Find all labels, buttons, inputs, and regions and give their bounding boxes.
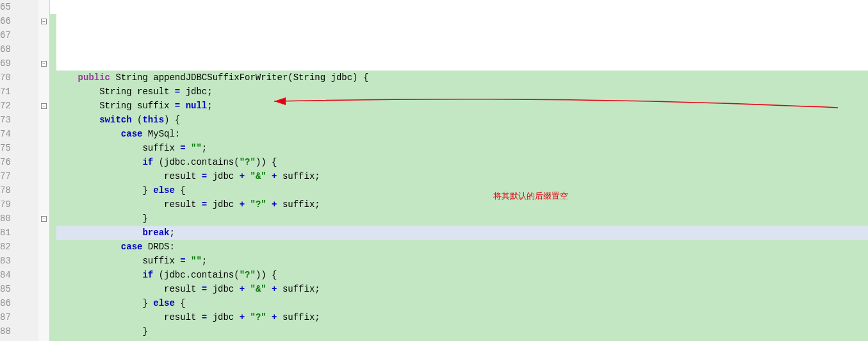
code-line[interactable]: if (jdbc.contains("?")) {: [56, 155, 868, 169]
fold-cell[interactable]: [38, 169, 49, 183]
change-marker: [50, 310, 56, 324]
fold-minus-icon[interactable]: −: [41, 216, 47, 222]
code-line[interactable]: } else {: [56, 296, 868, 310]
line-number: 87: [0, 310, 32, 324]
code-area[interactable]: 将其默认的后缀置空 public String appendJDBCSuffix…: [56, 0, 868, 341]
line-number: 69: [0, 56, 32, 71]
line-number: 71: [0, 85, 32, 99]
code-line[interactable]: result = jdbc + "&" + suffix;: [56, 282, 868, 296]
code-line[interactable]: result = jdbc + "?" + suffix;: [56, 197, 868, 212]
fold-minus-icon[interactable]: −: [41, 61, 47, 67]
line-number: 85: [0, 282, 32, 296]
fold-cell[interactable]: [38, 0, 49, 14]
change-marker: [50, 42, 56, 56]
line-number: 68: [0, 42, 32, 56]
changed-margin: [50, 0, 56, 341]
fold-cell[interactable]: −: [38, 56, 49, 71]
code-editor[interactable]: 6566676869707172737475767778798081828384…: [0, 0, 868, 341]
fold-cell[interactable]: [38, 197, 49, 212]
fold-cell[interactable]: [38, 183, 49, 197]
line-number: 79: [0, 197, 32, 212]
fold-cell[interactable]: [38, 324, 49, 338]
fold-cell[interactable]: [38, 141, 49, 155]
change-marker: [50, 155, 56, 169]
code-line[interactable]: String suffix = null;: [56, 99, 868, 113]
code-line[interactable]: result = jdbc + "?" + suffix;: [56, 310, 868, 324]
fold-cell[interactable]: −: [38, 99, 49, 113]
code-line[interactable]: String result = jdbc;: [56, 85, 868, 99]
line-number: 82: [0, 240, 32, 254]
code-line[interactable]: case DRDS:: [56, 240, 868, 254]
line-number: 67: [0, 28, 32, 42]
line-number: 75: [0, 141, 32, 155]
annotation-text: 将其默认的后缀置空: [492, 189, 569, 203]
change-marker: [50, 338, 56, 341]
change-marker: [50, 85, 56, 99]
code-line[interactable]: }: [56, 324, 868, 338]
line-number-gutter: 6566676869707172737475767778798081828384…: [0, 0, 38, 341]
change-marker: [50, 141, 56, 155]
change-marker: [50, 324, 56, 338]
line-number: 81: [0, 226, 32, 240]
code-line[interactable]: suffix = "";: [56, 141, 868, 155]
fold-column[interactable]: −−−−: [38, 0, 50, 341]
fold-cell[interactable]: [38, 338, 49, 341]
code-line[interactable]: }: [56, 212, 868, 226]
line-number: 66: [0, 14, 32, 28]
fold-cell[interactable]: [38, 254, 49, 268]
change-marker: [50, 212, 56, 226]
line-number: 86: [0, 296, 32, 310]
code-line[interactable]: public String appendJDBCSuffixForWriter(…: [56, 71, 868, 85]
line-number: 70: [0, 71, 32, 85]
line-number: 88: [0, 324, 32, 338]
fold-cell[interactable]: [38, 296, 49, 310]
change-marker: [50, 296, 56, 310]
change-marker: [50, 282, 56, 296]
line-number: 77: [0, 169, 32, 183]
fold-cell[interactable]: [38, 113, 49, 127]
code-line[interactable]: switch (this) {: [56, 113, 868, 127]
line-number: 83: [0, 254, 32, 268]
change-marker: [50, 254, 56, 268]
fold-cell[interactable]: [38, 310, 49, 324]
code-line[interactable]: } else {: [56, 183, 868, 197]
line-number: 80: [0, 212, 32, 226]
change-marker: [50, 0, 56, 14]
change-marker: [50, 183, 56, 197]
fold-cell[interactable]: [38, 226, 49, 240]
code-line[interactable]: if (jdbc.contains("?")) {: [56, 268, 868, 282]
line-number: 74: [0, 127, 32, 141]
code-line[interactable]: break;: [56, 338, 868, 341]
fold-cell[interactable]: [38, 85, 49, 99]
change-marker: [50, 226, 56, 240]
line-number: 73: [0, 113, 32, 127]
fold-cell[interactable]: [38, 240, 49, 254]
line-number: 78: [0, 183, 32, 197]
fold-cell[interactable]: [38, 155, 49, 169]
change-marker: [50, 169, 56, 183]
code-line[interactable]: result = jdbc + "&" + suffix;: [56, 169, 868, 183]
change-marker: [50, 99, 56, 113]
fold-cell[interactable]: [38, 127, 49, 141]
change-marker: [50, 56, 56, 71]
change-marker: [50, 197, 56, 212]
code-line[interactable]: break;: [56, 226, 868, 240]
fold-cell[interactable]: [38, 282, 49, 296]
code-line[interactable]: suffix = "";: [56, 254, 868, 268]
fold-cell[interactable]: −: [38, 212, 49, 226]
fold-minus-icon[interactable]: −: [41, 103, 47, 109]
change-marker: [50, 268, 56, 282]
fold-cell[interactable]: −: [38, 14, 49, 28]
code-line[interactable]: case MySql:: [56, 127, 868, 141]
code-line[interactable]: [56, 56, 868, 71]
line-number: 76: [0, 155, 32, 169]
fold-minus-icon[interactable]: −: [41, 19, 47, 24]
change-marker: [50, 113, 56, 127]
fold-cell[interactable]: [38, 28, 49, 42]
fold-cell[interactable]: [38, 71, 49, 85]
fold-cell[interactable]: [38, 268, 49, 282]
line-number: 84: [0, 268, 32, 282]
fold-cell[interactable]: [38, 42, 49, 56]
change-marker: [50, 240, 56, 254]
change-marker: [50, 71, 56, 85]
